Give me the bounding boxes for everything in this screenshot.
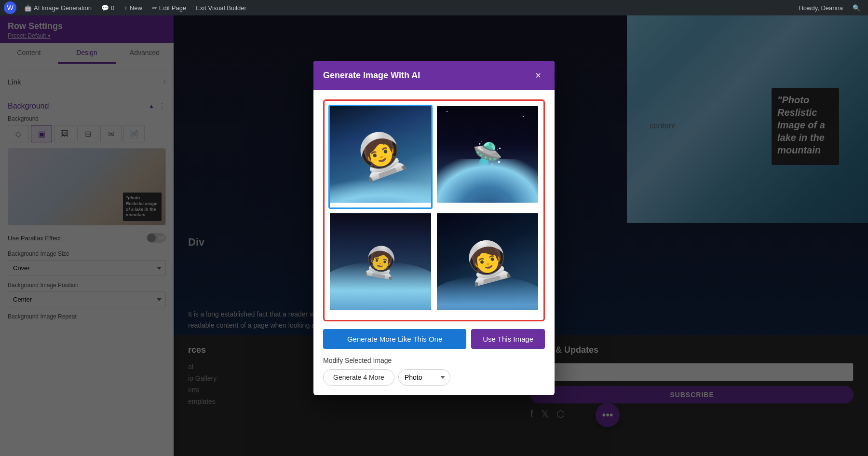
- admin-bar-search[interactable]: 🔍: [849, 0, 864, 15]
- admin-bar-user[interactable]: Howdy, Deanna: [795, 0, 847, 15]
- pencil-icon: ✏: [152, 4, 157, 12]
- modal-overlay[interactable]: Generate Image With AI × 🧑‍🚀: [0, 0, 868, 456]
- search-icon: 🔍: [853, 4, 860, 12]
- admin-bar-exit-builder[interactable]: Exit Visual Builder: [192, 0, 250, 15]
- modal-actions: Generate More Like This One Use This Ima…: [323, 329, 545, 349]
- image-grid-item-1[interactable]: 🧑‍🚀: [328, 105, 433, 209]
- image-grid-item-2[interactable]: 🛸: [435, 105, 540, 209]
- admin-bar: W 🤖 AI Image Generation 💬 0 + New ✏ Edit…: [0, 0, 868, 15]
- use-image-button[interactable]: Use This Image: [471, 329, 545, 349]
- close-button[interactable]: ×: [531, 69, 545, 82]
- admin-bar-comments[interactable]: 💬 0: [97, 0, 118, 15]
- generate-4-button[interactable]: Generate 4 More: [323, 369, 394, 386]
- modify-label: Modify Selected Image: [323, 357, 545, 364]
- style-select[interactable]: Photo Illustration Painting Cartoon: [398, 369, 450, 386]
- wordpress-icon[interactable]: W: [4, 1, 16, 14]
- generate-more-button[interactable]: Generate More Like This One: [323, 329, 466, 349]
- image-grid: 🧑‍🚀 🛸: [323, 99, 545, 321]
- admin-bar-right: Howdy, Deanna 🔍: [795, 0, 864, 15]
- modal-title: Generate Image With AI: [323, 70, 420, 81]
- robot-icon: 🤖: [24, 4, 32, 12]
- image-grid-item-3[interactable]: 🧑‍🚀: [328, 212, 433, 316]
- modify-row: Generate 4 More Photo Illustration Paint…: [323, 369, 545, 386]
- admin-bar-new[interactable]: + New: [120, 0, 146, 15]
- comment-icon: 💬: [101, 4, 109, 12]
- modal-dialog: Generate Image With AI × 🧑‍🚀: [313, 61, 555, 395]
- admin-bar-ai-image[interactable]: 🤖 AI Image Generation: [20, 0, 95, 15]
- plus-icon: +: [124, 4, 128, 12]
- modal-header: Generate Image With AI ×: [313, 61, 555, 90]
- image-grid-item-4[interactable]: 🧑‍🚀: [435, 212, 540, 316]
- admin-bar-edit-page[interactable]: ✏ Edit Page: [148, 0, 190, 15]
- modal-body: 🧑‍🚀 🛸: [313, 90, 555, 395]
